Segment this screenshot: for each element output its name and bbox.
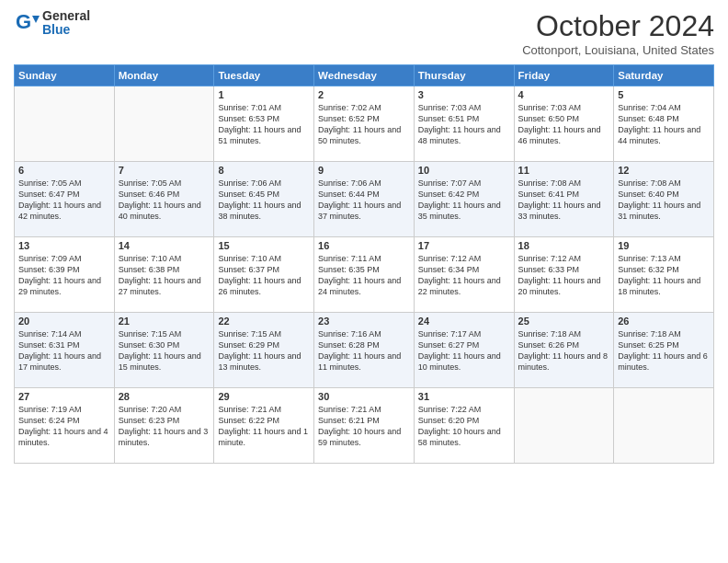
- calendar-cell: 10Sunrise: 7:07 AM Sunset: 6:42 PM Dayli…: [414, 162, 514, 237]
- location: Cottonport, Louisiana, United States: [522, 43, 714, 57]
- day-number: 26: [618, 316, 710, 327]
- calendar-cell: [614, 388, 714, 464]
- cell-info: Sunrise: 7:10 AM Sunset: 6:37 PM Dayligh…: [218, 253, 310, 298]
- day-number: 22: [218, 316, 310, 327]
- cell-info: Sunrise: 7:18 AM Sunset: 6:25 PM Dayligh…: [618, 328, 710, 373]
- cell-info: Sunrise: 7:03 AM Sunset: 6:50 PM Dayligh…: [518, 102, 610, 147]
- calendar-cell: 31Sunrise: 7:22 AM Sunset: 6:20 PM Dayli…: [414, 388, 514, 464]
- day-number: 28: [119, 391, 210, 402]
- day-number: 9: [318, 165, 410, 176]
- cell-info: Sunrise: 7:15 AM Sunset: 6:30 PM Dayligh…: [119, 328, 210, 373]
- calendar-cell: 27Sunrise: 7:19 AM Sunset: 6:24 PM Dayli…: [15, 388, 115, 464]
- cell-info: Sunrise: 7:09 AM Sunset: 6:39 PM Dayligh…: [18, 253, 110, 298]
- col-header-sunday: Sunday: [15, 65, 115, 86]
- calendar-cell: 5Sunrise: 7:04 AM Sunset: 6:48 PM Daylig…: [614, 86, 714, 162]
- calendar-cell: 3Sunrise: 7:03 AM Sunset: 6:51 PM Daylig…: [414, 86, 514, 162]
- calendar-cell: 4Sunrise: 7:03 AM Sunset: 6:50 PM Daylig…: [514, 86, 614, 162]
- calendar-cell: [514, 388, 614, 464]
- logo-general: General: [42, 9, 90, 23]
- calendar-cell: 1Sunrise: 7:01 AM Sunset: 6:53 PM Daylig…: [214, 86, 314, 162]
- calendar-cell: 11Sunrise: 7:08 AM Sunset: 6:41 PM Dayli…: [514, 162, 614, 237]
- day-number: 31: [418, 391, 510, 402]
- day-number: 23: [318, 316, 410, 327]
- month-title: October 2024: [522, 9, 714, 43]
- cell-info: Sunrise: 7:03 AM Sunset: 6:51 PM Dayligh…: [418, 102, 510, 147]
- calendar-cell: 15Sunrise: 7:10 AM Sunset: 6:37 PM Dayli…: [214, 237, 314, 313]
- day-number: 2: [318, 89, 410, 100]
- day-number: 8: [218, 165, 310, 176]
- svg-text:G: G: [16, 10, 31, 33]
- cell-info: Sunrise: 7:14 AM Sunset: 6:31 PM Dayligh…: [18, 328, 110, 373]
- calendar-week-row: 20Sunrise: 7:14 AM Sunset: 6:31 PM Dayli…: [15, 313, 714, 388]
- calendar-table: SundayMondayTuesdayWednesdayThursdayFrid…: [14, 64, 714, 464]
- cell-info: Sunrise: 7:13 AM Sunset: 6:32 PM Dayligh…: [618, 253, 710, 298]
- calendar-cell: 2Sunrise: 7:02 AM Sunset: 6:52 PM Daylig…: [314, 86, 415, 162]
- day-number: 16: [318, 240, 410, 251]
- day-number: 18: [518, 240, 610, 251]
- calendar-cell: 21Sunrise: 7:15 AM Sunset: 6:30 PM Dayli…: [114, 313, 214, 388]
- calendar-cell: 13Sunrise: 7:09 AM Sunset: 6:39 PM Dayli…: [15, 237, 115, 313]
- cell-info: Sunrise: 7:04 AM Sunset: 6:48 PM Dayligh…: [618, 102, 710, 147]
- day-number: 5: [618, 89, 710, 100]
- col-header-thursday: Thursday: [414, 65, 514, 86]
- calendar-cell: 28Sunrise: 7:20 AM Sunset: 6:23 PM Dayli…: [114, 388, 214, 464]
- cell-info: Sunrise: 7:08 AM Sunset: 6:41 PM Dayligh…: [518, 178, 610, 223]
- day-number: 19: [618, 240, 710, 251]
- col-header-tuesday: Tuesday: [214, 65, 314, 86]
- page-header: G General Blue October 2024 Cottonport, …: [14, 9, 714, 57]
- svg-marker-1: [32, 16, 40, 23]
- calendar-cell: 25Sunrise: 7:18 AM Sunset: 6:26 PM Dayli…: [514, 313, 614, 388]
- calendar-cell: 18Sunrise: 7:12 AM Sunset: 6:33 PM Dayli…: [514, 237, 614, 313]
- calendar-cell: 23Sunrise: 7:16 AM Sunset: 6:28 PM Dayli…: [314, 313, 415, 388]
- cell-info: Sunrise: 7:17 AM Sunset: 6:27 PM Dayligh…: [418, 328, 510, 373]
- cell-info: Sunrise: 7:08 AM Sunset: 6:40 PM Dayligh…: [618, 178, 710, 223]
- cell-info: Sunrise: 7:12 AM Sunset: 6:33 PM Dayligh…: [518, 253, 610, 298]
- cell-info: Sunrise: 7:12 AM Sunset: 6:34 PM Dayligh…: [418, 253, 510, 298]
- day-number: 17: [418, 240, 510, 251]
- cell-info: Sunrise: 7:06 AM Sunset: 6:44 PM Dayligh…: [318, 178, 410, 223]
- day-number: 20: [18, 316, 110, 327]
- calendar-cell: 14Sunrise: 7:10 AM Sunset: 6:38 PM Dayli…: [114, 237, 214, 313]
- logo-icon: G: [14, 10, 40, 36]
- cell-info: Sunrise: 7:07 AM Sunset: 6:42 PM Dayligh…: [418, 178, 510, 223]
- col-header-saturday: Saturday: [614, 65, 714, 86]
- calendar-cell: 17Sunrise: 7:12 AM Sunset: 6:34 PM Dayli…: [414, 237, 514, 313]
- day-number: 29: [218, 391, 310, 402]
- calendar-cell: 19Sunrise: 7:13 AM Sunset: 6:32 PM Dayli…: [614, 237, 714, 313]
- day-number: 1: [218, 89, 310, 100]
- calendar-cell: 12Sunrise: 7:08 AM Sunset: 6:40 PM Dayli…: [614, 162, 714, 237]
- cell-info: Sunrise: 7:21 AM Sunset: 6:21 PM Dayligh…: [318, 404, 410, 449]
- day-number: 24: [418, 316, 510, 327]
- calendar-cell: 22Sunrise: 7:15 AM Sunset: 6:29 PM Dayli…: [214, 313, 314, 388]
- logo: G General Blue: [14, 9, 90, 38]
- col-header-friday: Friday: [514, 65, 614, 86]
- day-number: 25: [518, 316, 610, 327]
- cell-info: Sunrise: 7:20 AM Sunset: 6:23 PM Dayligh…: [119, 404, 210, 449]
- day-number: 27: [18, 391, 110, 402]
- calendar-cell: 29Sunrise: 7:21 AM Sunset: 6:22 PM Dayli…: [214, 388, 314, 464]
- cell-info: Sunrise: 7:01 AM Sunset: 6:53 PM Dayligh…: [218, 102, 310, 147]
- calendar-cell: 9Sunrise: 7:06 AM Sunset: 6:44 PM Daylig…: [314, 162, 415, 237]
- cell-info: Sunrise: 7:19 AM Sunset: 6:24 PM Dayligh…: [18, 404, 110, 449]
- day-number: 3: [418, 89, 510, 100]
- calendar-cell: 6Sunrise: 7:05 AM Sunset: 6:47 PM Daylig…: [15, 162, 115, 237]
- cell-info: Sunrise: 7:02 AM Sunset: 6:52 PM Dayligh…: [318, 102, 410, 147]
- title-block: October 2024 Cottonport, Louisiana, Unit…: [522, 9, 714, 57]
- cell-info: Sunrise: 7:11 AM Sunset: 6:35 PM Dayligh…: [318, 253, 410, 298]
- calendar-cell: 8Sunrise: 7:06 AM Sunset: 6:45 PM Daylig…: [214, 162, 314, 237]
- calendar-cell: [114, 86, 214, 162]
- day-number: 11: [518, 165, 610, 176]
- cell-info: Sunrise: 7:05 AM Sunset: 6:47 PM Dayligh…: [18, 178, 110, 223]
- day-number: 14: [119, 240, 210, 251]
- day-number: 13: [18, 240, 110, 251]
- day-number: 6: [18, 165, 110, 176]
- day-number: 21: [119, 316, 210, 327]
- day-number: 30: [318, 391, 410, 402]
- calendar-cell: 20Sunrise: 7:14 AM Sunset: 6:31 PM Dayli…: [15, 313, 115, 388]
- cell-info: Sunrise: 7:21 AM Sunset: 6:22 PM Dayligh…: [218, 404, 310, 449]
- calendar-week-row: 27Sunrise: 7:19 AM Sunset: 6:24 PM Dayli…: [15, 388, 714, 464]
- cell-info: Sunrise: 7:06 AM Sunset: 6:45 PM Dayligh…: [218, 178, 310, 223]
- calendar-week-row: 13Sunrise: 7:09 AM Sunset: 6:39 PM Dayli…: [15, 237, 714, 313]
- calendar-cell: 26Sunrise: 7:18 AM Sunset: 6:25 PM Dayli…: [614, 313, 714, 388]
- day-number: 10: [418, 165, 510, 176]
